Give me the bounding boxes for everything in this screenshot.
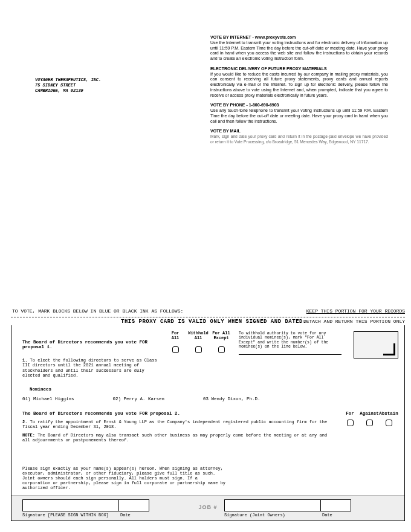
proxy-card: The Board of Directors recommends you vo… (11, 325, 405, 521)
note-label: NOTE: (22, 433, 35, 438)
proposal-2: 2. To ratify the appointment of Ernst & … (22, 420, 337, 430)
checkbox-for[interactable] (347, 420, 354, 426)
barcode-placeholder (354, 331, 398, 358)
mark-instruction: TO VOTE, MARK BLOCKS BELOW IN BLUE OR BL… (12, 308, 183, 314)
nominee-2: 02) Perry A. Karsen (113, 397, 201, 401)
proposal-2-num: 2. (22, 420, 27, 424)
nominees-list: 01) Michael Higgins 02) Perry A. Karsen … (22, 397, 261, 401)
hdr-for-all-except: For AllExcept (210, 331, 233, 340)
hdr-against: Against (360, 411, 379, 416)
note-text: The Board of Directors may also transact… (22, 433, 327, 443)
company-addr2: CAMBRIDGE, MA 02139 (35, 88, 101, 94)
signature-2-date-label: Date (322, 513, 332, 517)
keep-portion-label: KEEP THIS PORTION FOR YOUR RECORDS (306, 308, 405, 314)
job-number: JOB # (198, 504, 217, 510)
hdr-for: For (340, 411, 360, 416)
checkbox-against[interactable] (366, 420, 373, 426)
company-name: VOYAGER THERAPEUTICS, INC. (35, 77, 101, 83)
perforation-line (11, 317, 405, 317)
voting-instructions: VOTE BY INTERNET - www.proxyvote.com Use… (210, 35, 388, 150)
vote-mail-body: Mark, sign and date your proxy card and … (210, 134, 388, 144)
valid-line: THIS PROXY CARD IS VALID ONLY WHEN SIGNE… (121, 319, 306, 325)
checkbox-withhold-all[interactable] (195, 346, 202, 353)
vote-internet-body: Use the Internet to transmit your voting… (210, 41, 388, 60)
checkbox-abstain[interactable] (386, 420, 392, 426)
vote-boxes-1 (164, 346, 233, 354)
nominees-label: Nominees (30, 387, 51, 392)
vote-phone-body: Use any touch-tone telephone to transmit… (210, 108, 388, 123)
detach-return-label: DETACH AND RETURN THIS PORTION ONLY (303, 319, 405, 324)
checkbox-for-all-except[interactable] (218, 346, 225, 353)
signature-box-1[interactable] (22, 499, 149, 511)
elec-delivery-body: If you would like to reduce the costs in… (210, 72, 388, 97)
recommendation-2: The Board of Directors recommends you vo… (22, 411, 180, 416)
hdr-abstain: Abstain (379, 411, 398, 416)
elec-delivery-title: ELECTRONIC DELIVERY OF FUTURE PROXY MATE… (210, 66, 327, 71)
vote-mail-title: VOTE BY MAIL (210, 129, 241, 133)
vote-headers-1: ForAll WithholdAll For AllExcept (164, 331, 233, 340)
signature-1-date-label: Date (120, 513, 131, 517)
proposal-1-num: 1. (22, 358, 27, 363)
signature-1-label: Signature [PLEASE SIGN WITHIN BOX] (22, 513, 109, 517)
hdr-for-all: ForAll (164, 331, 187, 340)
note-block: NOTE: The Board of Directors may also tr… (22, 433, 337, 443)
proposal-1: 1. To elect the following directors to s… (22, 358, 161, 378)
signature-box-2[interactable] (224, 499, 351, 511)
proposal-1-text: To elect the following directors to serv… (22, 358, 157, 378)
signature-2-label: Signature (Joint Owners) (224, 513, 285, 517)
proposal-2-text: To ratify the appointment of Ernst & You… (22, 420, 327, 429)
corner-mark-icon (383, 343, 395, 355)
company-address: VOYAGER THERAPEUTICS, INC. 75 SIDNEY STR… (35, 77, 101, 94)
signature-area: Signature [PLEASE SIGN WITHIN BOX] Date … (11, 495, 404, 521)
vote-boxes-2 (340, 420, 398, 427)
vote-internet-title: VOTE BY INTERNET - www.proxyvote.com (210, 35, 296, 39)
recommendation-1: The Board of Directors recommends you vo… (22, 340, 147, 349)
vote-headers-2: For Against Abstain (340, 411, 398, 416)
hdr-withhold-all: WithholdAll (187, 331, 210, 340)
checkbox-for-all[interactable] (172, 346, 179, 353)
withhold-write-line[interactable] (239, 354, 341, 355)
nominee-1: 01) Michael Higgins (22, 397, 110, 401)
vote-phone-title: VOTE BY PHONE - 1-800-690-6903 (210, 103, 279, 107)
withhold-note: To withhold authority to vote for any in… (239, 331, 341, 349)
sign-instructions: Please sign exactly as your name(s) appe… (22, 466, 228, 490)
company-addr1: 75 SIDNEY STREET (35, 83, 101, 88)
nominee-3: 03 Wendy Dixon, Ph.D. (203, 397, 261, 401)
